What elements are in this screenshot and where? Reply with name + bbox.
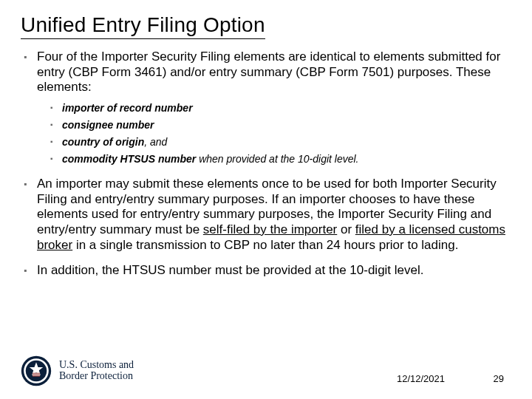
sub-bullet-list: importer of record number consignee numb… (50, 101, 511, 166)
footer: U.S. Customs and Border Protection 12/12… (21, 353, 511, 389)
bullet-list: Four of the Importer Security Filing ele… (24, 50, 511, 279)
svg-rect-5 (33, 374, 40, 375)
sub-bullet-1: importer of record number (50, 101, 511, 115)
sub-bullet-2: consignee number (50, 118, 511, 132)
sub-bullet-4-tail: when provided at the 10-digit level. (196, 153, 358, 165)
bullet-3: In addition, the HTSUS number must be pr… (24, 263, 511, 279)
sub-bullet-3-term: country of origin (62, 136, 144, 148)
bullet-1-text: Four of the Importer Security Filing ele… (37, 50, 500, 94)
svg-rect-4 (33, 373, 40, 374)
slide-number: 29 (494, 373, 504, 384)
slide: Unified Entry Filing Option Four of the … (0, 0, 532, 399)
sub-bullet-3: country of origin, and (50, 135, 511, 149)
sub-bullet-2-text: consignee number (62, 119, 154, 131)
bullet-1: Four of the Importer Security Filing ele… (24, 50, 511, 166)
sub-bullet-4-term: commodity HTSUS number (62, 153, 196, 165)
dhs-seal-icon (21, 355, 52, 386)
agency-line-2: Border Protection (59, 371, 134, 382)
sub-bullet-4: commodity HTSUS number when provided at … (50, 152, 511, 166)
bullet-2-underline-1: self-filed by the importer (203, 222, 337, 236)
bullet-3-text: In addition, the HTSUS number must be pr… (37, 263, 424, 277)
agency-name: U.S. Customs and Border Protection (59, 360, 134, 381)
slide-title: Unified Entry Filing Option (21, 13, 265, 39)
slide-date: 12/12/2021 (397, 373, 445, 384)
sub-bullet-3-tail: , and (144, 136, 167, 148)
bullet-2-mid: or (337, 222, 355, 236)
bullet-2: An importer may submit these elements on… (24, 177, 511, 253)
sub-bullet-1-text: importer of record number (62, 102, 193, 114)
agency-line-1: U.S. Customs and (59, 360, 134, 371)
svg-rect-6 (33, 375, 40, 376)
bullet-2-part-b: in a single transmission to CBP no later… (72, 238, 458, 252)
